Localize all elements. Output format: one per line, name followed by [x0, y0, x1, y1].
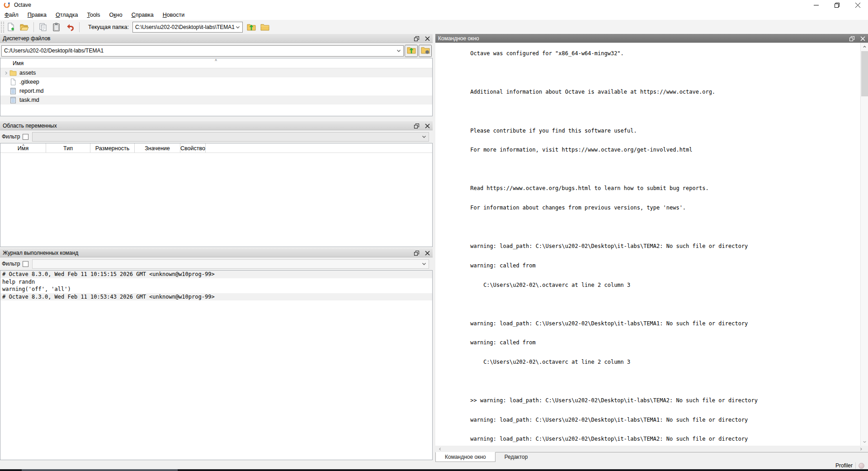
workspace-panel: Область переменных Фильтр ˄ Имя Тип Разм…: [0, 121, 433, 247]
file-row[interactable]: .gitkeep: [0, 77, 432, 86]
chevron-down-icon: [421, 134, 427, 139]
vertical-scrollbar[interactable]: [860, 43, 868, 446]
menu-item[interactable]: Правка: [23, 10, 51, 20]
workspace-column-header[interactable]: Значение: [135, 143, 180, 153]
folder-up-icon: [247, 23, 256, 32]
undock-icon[interactable]: [413, 249, 420, 257]
scroll-right-icon[interactable]: [857, 446, 864, 452]
terminal-line: Please contribute if you find this softw…: [438, 121, 860, 140]
undock-icon[interactable]: [848, 35, 855, 42]
profiler-label: Profiler: [835, 462, 853, 469]
toolbar-path-buttons: [245, 21, 272, 33]
menu-item[interactable]: Файл: [0, 10, 23, 20]
scroll-up-icon[interactable]: [861, 43, 868, 51]
history-titlebar[interactable]: Журнал выполненных команд: [0, 248, 433, 257]
menu-item[interactable]: Окно: [105, 10, 127, 20]
toolbar-button[interactable]: [36, 21, 50, 33]
close-icon[interactable]: [424, 249, 431, 257]
file-row[interactable]: report.md: [0, 86, 432, 95]
workspace-filter-row: Фильтр: [0, 131, 433, 142]
command-window-titlebar[interactable]: Командное окно: [435, 34, 868, 43]
current-folder-path: C:\Users\u202-02\Desktop\it-labs\TEMA1: [133, 24, 235, 30]
history-filter-combobox[interactable]: [32, 259, 429, 269]
menu-item[interactable]: Отладка: [51, 10, 82, 20]
terminal-line: warning: load_path: C:\Users\u202-02\Des…: [438, 314, 860, 333]
terminal-line: For more information, visit https://www.…: [438, 140, 860, 160]
file-browser-button[interactable]: [405, 45, 418, 57]
scroll-down-icon[interactable]: [861, 438, 868, 446]
menu-item[interactable]: Справка: [127, 10, 158, 20]
minimize-button[interactable]: [806, 0, 826, 10]
current-folder-combobox[interactable]: C:\Users\u202-02\Desktop\it-labs\TEMA1: [132, 22, 243, 33]
new-script-icon: [6, 23, 15, 32]
terminal-line: Octave was configured for "x86_64-w64-mi…: [438, 44, 860, 63]
close-icon[interactable]: [424, 35, 431, 42]
file-browser-titlebar[interactable]: Диспетчер файлов: [0, 34, 433, 43]
history-entry[interactable]: help randn: [0, 278, 432, 286]
chevron-down-icon[interactable]: [396, 48, 401, 53]
workspace-filter-combobox[interactable]: [32, 132, 429, 142]
dock-tabs: Командное окно Редактор: [435, 452, 868, 462]
history-entry[interactable]: warning('off', 'all'): [0, 285, 432, 293]
history-filter-label: Фильтр: [2, 261, 20, 267]
dock-tab[interactable]: Командное окно: [435, 452, 495, 462]
terminal-line: >> warning: load_path: C:\Users\u202-02\…: [438, 391, 860, 410]
scrollbar-thumb[interactable]: [861, 51, 868, 96]
close-icon[interactable]: [859, 35, 866, 42]
toolbar-button[interactable]: [4, 21, 18, 33]
terminal-line: Additional information about Octave is a…: [438, 82, 860, 102]
history-filter-checkbox[interactable]: [23, 261, 28, 267]
workspace-column-header[interactable]: Тип: [46, 143, 90, 153]
toolbar-drag-handle[interactable]: [1, 22, 4, 33]
menu-bar: Файл Правка Отладка Tools Окно Справка Н…: [0, 10, 868, 20]
undock-icon[interactable]: [413, 122, 420, 129]
command-window-panel: Командное окно Octave was configured for…: [435, 34, 868, 446]
toolbar-buttons: [4, 21, 82, 33]
menu-item[interactable]: Tools: [82, 10, 104, 20]
file-list-header[interactable]: ˄ Имя: [0, 58, 432, 68]
toolbar-button[interactable]: [50, 21, 63, 33]
workspace-column-header[interactable]: Имя: [0, 143, 46, 153]
file-row[interactable]: assets: [0, 68, 432, 77]
dock-tab[interactable]: Редактор: [495, 452, 537, 462]
terminal-output[interactable]: Octave was configured for "x86_64-w64-mi…: [435, 43, 860, 446]
close-icon[interactable]: [424, 122, 431, 129]
workspace-column-header[interactable]: Размерность: [90, 143, 135, 153]
file-name: assets: [19, 70, 36, 76]
toolbar-button[interactable]: [63, 21, 77, 33]
terminal-line: warning: load_path: C:\Users\u202-02\Des…: [438, 410, 860, 430]
folder-browse-icon: [260, 23, 269, 32]
history-filter-row: Фильтр: [0, 258, 433, 269]
undo-icon: [66, 23, 75, 32]
restore-button[interactable]: [826, 0, 847, 10]
toolbar-path-button[interactable]: [258, 21, 272, 33]
file-browser-button[interactable]: [419, 45, 432, 57]
chevron-down-icon[interactable]: [235, 24, 241, 30]
workspace-filter-label: Фильтр: [2, 133, 20, 140]
expander-chevron-icon[interactable]: [2, 71, 9, 75]
workspace-table-header: ˄ Имя Тип Размерность Значение Свойство: [0, 143, 432, 153]
profiler-indicator-icon[interactable]: [859, 463, 864, 469]
toolbar-button[interactable]: [18, 21, 31, 33]
menu-item[interactable]: Новости: [158, 10, 189, 20]
chevron-down-icon: [421, 261, 427, 266]
horizontal-scrollbar[interactable]: [435, 446, 868, 452]
history-entry[interactable]: # Octave 8.3.0, Wed Feb 11 10:15:15 2026…: [0, 271, 432, 278]
file-name: .gitkeep: [19, 79, 39, 85]
file-row[interactable]: task.md: [0, 95, 432, 105]
close-button[interactable]: [847, 0, 868, 10]
sort-indicator-icon: ˄: [215, 58, 217, 62]
terminal-line: warning: load_path: C:\Users\u202-02\Des…: [438, 237, 860, 256]
file-browser-path-combobox[interactable]: C:/Users/u202-02/Desktop/it-labs/TEMA1: [1, 45, 404, 57]
terminal-line: [438, 63, 860, 83]
scroll-left-icon[interactable]: [436, 446, 443, 452]
workspace-title: Область переменных: [3, 123, 57, 129]
workspace-column-header[interactable]: Свойство: [180, 143, 206, 153]
toolbar-path-button[interactable]: [245, 21, 258, 33]
terminal-line: [438, 217, 860, 237]
copy-icon: [38, 23, 47, 32]
history-entry[interactable]: # Octave 8.3.0, Wed Feb 11 10:53:43 2026…: [0, 293, 432, 301]
workspace-titlebar[interactable]: Область переменных: [0, 121, 433, 130]
workspace-filter-checkbox[interactable]: [23, 134, 28, 140]
undock-icon[interactable]: [413, 35, 420, 42]
